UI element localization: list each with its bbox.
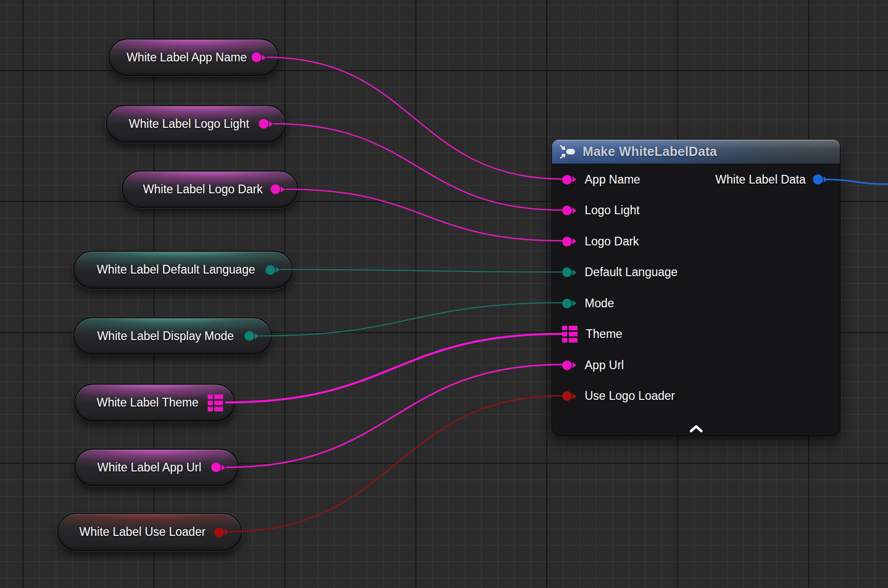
input-pin-default-language[interactable]	[562, 267, 576, 277]
getter-node-white-label-theme[interactable]: White Label Theme	[74, 383, 235, 422]
input-label: Logo Light	[585, 203, 639, 217]
getter-node-white-label-logo-light[interactable]: White Label Logo Light	[106, 105, 286, 143]
input-pin-logo-dark[interactable]	[562, 237, 576, 246]
string-output-pin[interactable]	[211, 463, 226, 472]
wire-display-mode[interactable]	[260, 303, 562, 336]
getter-node-white-label-logo-dark[interactable]: White Label Logo Dark	[122, 170, 298, 208]
getter-label: White Label Default Language	[84, 263, 281, 277]
make-whitelabeldata-node[interactable]: Make WhiteLabelData App Name White Label…	[551, 139, 840, 436]
getter-label: White Label Display Mode	[85, 329, 260, 343]
input-label: Default Language	[585, 265, 678, 279]
getter-label: White Label Theme	[84, 396, 225, 410]
node-title: Make WhiteLabelData	[583, 144, 717, 159]
input-label: Mode	[585, 297, 614, 310]
input-label: App Name	[585, 173, 640, 187]
input-pin-app-name[interactable]	[562, 175, 576, 185]
getter-node-white-label-use-loader[interactable]: White Label Use Loader	[57, 513, 242, 551]
input-pin-theme-struct[interactable]	[562, 326, 578, 343]
input-pin-logo-light[interactable]	[562, 206, 576, 215]
make-struct-icon	[559, 144, 576, 160]
input-pin-mode[interactable]	[562, 299, 576, 308]
getter-node-white-label-app-name[interactable]: White Label App Name	[108, 38, 279, 76]
pin-row-default-language: Default Language	[552, 257, 840, 288]
wire-app-url[interactable]	[227, 365, 562, 467]
enum-output-pin[interactable]	[265, 265, 280, 275]
output-row-white-label-data: White Label Data	[716, 164, 828, 195]
pin-row-logo-dark: Logo Dark	[552, 226, 840, 257]
getter-label: White Label App Name	[114, 51, 273, 64]
pin-row-app-name: App Name White Label Data	[552, 164, 840, 195]
collapse-node-button[interactable]	[552, 425, 840, 433]
getter-label: White Label Logo Dark	[131, 183, 290, 196]
pin-row-app-url: App Url	[552, 350, 840, 381]
pin-row-logo-light: Logo Light	[552, 195, 840, 227]
string-output-pin[interactable]	[271, 185, 285, 194]
getter-label: White Label Logo Light	[117, 117, 276, 131]
input-pin-app-url[interactable]	[562, 360, 576, 370]
getter-label: White Label App Url	[85, 461, 228, 474]
string-output-pin[interactable]	[252, 53, 266, 62]
input-label: Use Logo Loader	[585, 389, 675, 403]
bool-output-pin[interactable]	[214, 527, 229, 537]
wire-logo-dark[interactable]	[286, 189, 562, 241]
pin-row-theme: Theme	[552, 319, 840, 350]
output-label: White Label Data	[716, 173, 806, 187]
enum-output-pin[interactable]	[245, 331, 259, 341]
getter-label: White Label Use Loader	[67, 525, 232, 539]
wire-app-name[interactable]	[267, 57, 562, 179]
blueprint-graph-canvas[interactable]: White Label App Name White Label Logo Li…	[0, 0, 888, 588]
input-label: Logo Dark	[585, 235, 639, 248]
input-pin-use-logo-loader[interactable]	[562, 391, 576, 401]
getter-node-white-label-app-url[interactable]: White Label App Url	[74, 448, 239, 486]
input-label: App Url	[585, 358, 624, 372]
pin-row-mode: Mode	[552, 288, 840, 319]
node-header[interactable]: Make WhiteLabelData	[552, 140, 840, 164]
getter-node-white-label-default-language[interactable]: White Label Default Language	[73, 251, 293, 289]
string-output-pin[interactable]	[259, 119, 273, 129]
pin-row-use-logo-loader: Use Logo Loader	[552, 381, 840, 412]
chevron-up-icon	[689, 425, 703, 433]
wire-logo-light[interactable]	[274, 124, 562, 210]
getter-node-white-label-display-mode[interactable]: White Label Display Mode	[73, 317, 272, 355]
output-pin-white-label-data[interactable]	[813, 174, 828, 185]
wire-default-language[interactable]	[281, 269, 562, 272]
input-label: Theme	[586, 327, 623, 341]
